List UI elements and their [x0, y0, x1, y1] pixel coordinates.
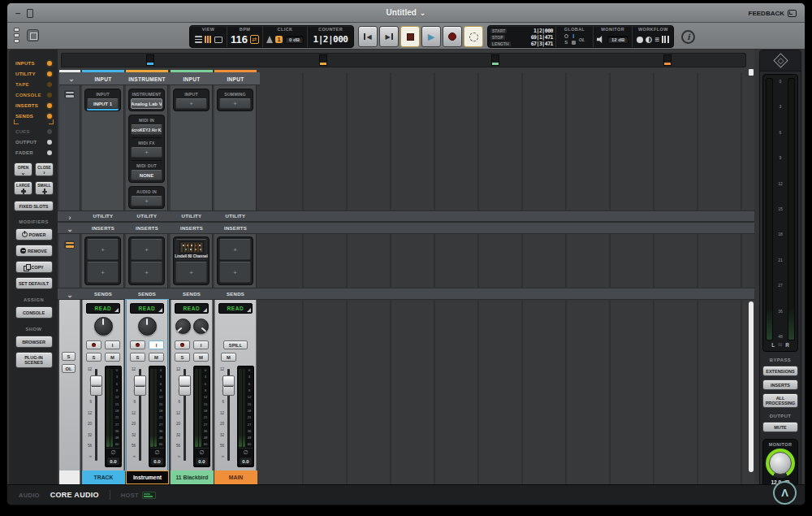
go-to-end-button[interactable]: ▶	[379, 26, 399, 47]
record-arm-button[interactable]	[130, 340, 145, 349]
inserts-slots-icon[interactable]	[64, 241, 75, 249]
output-mute-button[interactable]: MUTE	[762, 422, 798, 432]
automation-mode-button[interactable]: READ	[218, 303, 253, 314]
automation-mode-button[interactable]: READ	[175, 303, 209, 314]
window-stack-icon[interactable]	[14, 28, 19, 43]
volume-fader[interactable]	[95, 369, 97, 461]
bypass-extensions-button[interactable]: EXTENSIONS	[762, 366, 798, 376]
gutter-solo-button[interactable]: S	[62, 352, 76, 361]
workflow-columns-icon[interactable]	[662, 36, 669, 43]
minimize-button[interactable]: –	[15, 9, 20, 17]
volume-fader[interactable]	[139, 369, 141, 461]
insert-slot[interactable]: +	[219, 262, 251, 283]
input-monitor-button[interactable]: I	[149, 340, 164, 349]
global-overload-button[interactable]: OL	[579, 37, 585, 42]
insert-plugin[interactable]: Lindell 80 Channel	[175, 239, 207, 260]
browser-button[interactable]: BROWSER	[15, 336, 53, 348]
info-button[interactable]: i	[681, 30, 695, 44]
volume-fader[interactable]	[227, 369, 230, 461]
solo-button[interactable]: S	[175, 353, 190, 362]
bypass-inserts-button[interactable]: INSERTS	[762, 379, 798, 390]
audio-driver[interactable]: CORE AUDIO	[50, 491, 99, 499]
summing-button[interactable]: +	[219, 98, 251, 109]
instrument-button[interactable]: Analog Lab V	[131, 98, 162, 109]
track-name[interactable]: TRACK	[82, 470, 125, 484]
workflow-half-circle-icon[interactable]	[646, 37, 652, 43]
utility-expand-chevron[interactable]: ›	[59, 214, 80, 222]
insert-slot[interactable]: +	[175, 262, 207, 283]
set-default-button[interactable]: SET DEFAULT	[15, 277, 53, 289]
stop-button[interactable]	[400, 26, 420, 47]
spill-button[interactable]: SPILL	[223, 340, 248, 349]
sidebar-item-sends[interactable]: SENDS	[15, 111, 52, 121]
global-input-button[interactable]: I	[572, 34, 574, 39]
fixed-slots-button[interactable]: FIXED SLOTS	[14, 201, 54, 211]
mute-button[interactable]: M	[149, 353, 164, 362]
insert-slot[interactable]: +	[87, 239, 119, 260]
automation-mode-button[interactable]: READ	[86, 303, 120, 314]
stop-value[interactable]: 69|1|471	[531, 34, 553, 41]
global-record-icon[interactable]	[564, 34, 568, 38]
fader-value[interactable]: 0.0	[106, 457, 120, 466]
length-value[interactable]: 67|3|471	[531, 41, 553, 47]
power-button[interactable]: POWER	[15, 228, 53, 241]
sidebar-item-fader[interactable]: FADER	[15, 147, 52, 158]
playhead-counter[interactable]: 1|2|000	[313, 34, 348, 45]
global-mute-icon[interactable]	[572, 41, 576, 45]
small-view-button[interactable]: SMALL	[35, 181, 54, 195]
inputs-collapse-chevron[interactable]: ⌄	[61, 75, 82, 83]
sidebar-item-tape[interactable]: TAPE	[15, 79, 52, 89]
overview-clip[interactable]	[491, 54, 499, 66]
volume-fader[interactable]	[184, 369, 186, 461]
record-arm-button[interactable]	[175, 340, 190, 349]
overview-clip[interactable]	[146, 54, 154, 66]
overview-clip[interactable]	[663, 54, 672, 66]
metronome-icon[interactable]	[266, 36, 273, 43]
view-console-icon[interactable]	[205, 36, 212, 43]
workspace-icon[interactable]	[27, 29, 39, 41]
pan-knob[interactable]	[94, 317, 113, 336]
insert-slot[interactable]: +	[131, 262, 162, 283]
fader-value[interactable]: 0.0	[150, 457, 164, 466]
track-name[interactable]: 11 Blackbird	[171, 470, 214, 484]
window-restore-icon[interactable]	[27, 9, 33, 18]
play-button[interactable]: ▶	[421, 26, 441, 47]
phase-button[interactable]: ∅	[150, 448, 164, 456]
midi-in-button[interactable]: microKEY2 Air K...	[131, 124, 162, 135]
fader-value[interactable]: 0.0	[195, 457, 209, 466]
view-monitor-icon[interactable]	[214, 37, 222, 43]
feedback-button[interactable]: FEEDBACK	[749, 3, 797, 23]
phase-button[interactable]: ∅	[195, 448, 209, 456]
track-name-selected[interactable]: Instrument	[126, 470, 169, 484]
close-all-button[interactable]: CLOSE›	[35, 163, 54, 176]
open-all-button[interactable]: OPEN⌄	[14, 163, 32, 176]
insert-slot[interactable]: +	[131, 239, 162, 260]
vertical-scrollbar[interactable]	[749, 301, 754, 472]
workflow-list-icon[interactable]: ≡	[654, 37, 659, 43]
record-arm-button[interactable]	[86, 340, 102, 349]
sidebar-item-cues[interactable]: CUES	[15, 126, 52, 137]
insert-slot[interactable]: +	[87, 262, 119, 283]
go-to-start-button[interactable]: ◀	[358, 26, 378, 47]
bpm-value[interactable]: 116	[231, 33, 248, 46]
audio-in-button[interactable]: +	[131, 196, 162, 206]
sidebar-item-utility[interactable]: UTILITY	[15, 68, 52, 79]
click-level[interactable]: 0 dB	[285, 36, 304, 44]
phase-button[interactable]: ∅	[239, 448, 253, 456]
loop-button[interactable]	[464, 26, 483, 47]
gutter-overload-button[interactable]: OL	[62, 364, 76, 373]
speaker-icon[interactable]	[597, 36, 605, 44]
sends-collapse-chevron[interactable]: ⌄	[59, 291, 80, 299]
inserts-collapse-chevron[interactable]: ⌄	[59, 225, 80, 233]
track-name[interactable]: MAIN	[214, 470, 257, 484]
sidebar-item-console[interactable]: CONSOLE	[15, 89, 52, 100]
copy-button[interactable]: COPY	[15, 261, 53, 273]
fader-cap[interactable]	[179, 375, 191, 396]
midi-out-button[interactable]: NONE	[131, 170, 162, 180]
global-solo-button[interactable]: S	[564, 40, 568, 45]
view-list-icon[interactable]	[195, 36, 202, 43]
phase-button[interactable]: ∅	[106, 448, 120, 456]
automation-mode-button[interactable]: READ	[130, 303, 164, 314]
mute-button[interactable]: M	[221, 353, 236, 362]
pan-knob-left[interactable]	[175, 319, 191, 334]
